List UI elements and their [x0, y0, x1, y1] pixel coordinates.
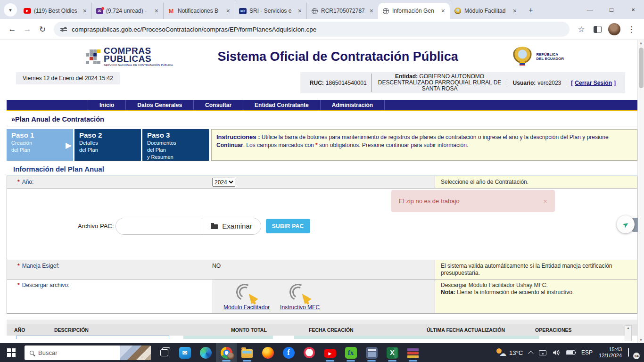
mail-app-button[interactable]: ✉	[174, 343, 195, 362]
scroll-down-icon[interactable]: ▼	[639, 338, 643, 342]
tab-close-icon[interactable]: ×	[82, 7, 88, 15]
file-explorer-button[interactable]	[237, 343, 257, 362]
tab-youtube[interactable]: ▶ (119) Best Oldies ×	[20, 3, 91, 19]
ruc-segment: RUC: 1865014540001	[305, 80, 372, 86]
side-panel-icon[interactable]	[589, 22, 605, 37]
tab-title: RCR1705072787	[321, 8, 366, 14]
forward-button[interactable]: →	[20, 22, 35, 37]
site-settings-icon[interactable]	[60, 26, 67, 33]
page-scrollbar[interactable]: ▲ ▼	[637, 40, 644, 343]
user-segment: Usuario: vero2023	[508, 80, 566, 86]
winrar-app-button[interactable]	[403, 343, 423, 362]
url-text[interactable]: compraspublicas.gob.ec/ProcesoContrataci…	[72, 26, 316, 33]
notification-center-button[interactable]: 24	[628, 348, 637, 357]
minimize-button[interactable]: —	[579, 0, 601, 19]
start-button[interactable]	[1, 343, 22, 362]
profile-avatar[interactable]	[608, 23, 620, 35]
tab-close-icon[interactable]: ×	[512, 7, 518, 15]
facebook-icon: f	[283, 347, 295, 359]
browser-menu-icon[interactable]: ⋮	[623, 22, 639, 37]
floating-capture-widget[interactable]: ➤	[615, 215, 638, 234]
mail-icon: ✉	[96, 8, 103, 14]
instructivo-mfc-link[interactable]: Instructivo MFC	[280, 304, 320, 311]
tab-close-icon[interactable]: ×	[440, 7, 446, 15]
edge-app-button[interactable]	[195, 343, 216, 362]
tab-gmail[interactable]: M Notificaciones B ×	[163, 3, 235, 19]
temperature-label: 13°C	[509, 349, 523, 356]
esigef-value: NO	[212, 260, 435, 279]
breadcrumb: »Plan Anual de Contratación	[7, 115, 637, 126]
nav-inicio[interactable]: Inicio	[88, 100, 126, 110]
year-help-text: Seleccione el año de Contratación.	[435, 176, 637, 188]
browse-button[interactable]: Examinar	[202, 218, 260, 234]
year-select[interactable]: 2024	[212, 178, 235, 187]
logout-link[interactable]: [ Cerrar Sesión ]	[566, 80, 620, 86]
tab-close-icon[interactable]: ×	[225, 7, 231, 15]
tab-mail[interactable]: ✉ (9,724 unread) - ×	[91, 3, 163, 19]
col-operaciones: OPERACIONES	[535, 327, 637, 333]
bookmark-star-icon[interactable]: ☆	[573, 22, 589, 37]
new-tab-button[interactable]: +	[524, 4, 537, 17]
table-scrollbar[interactable]: ▲	[625, 325, 632, 341]
nav-consultar[interactable]: Consultar	[194, 100, 243, 110]
nav-entidad-contratante[interactable]: Entidad Contratante	[243, 100, 321, 110]
back-button[interactable]: ←	[5, 22, 20, 37]
nav-administracion[interactable]: Administración	[321, 100, 385, 110]
calculator-app-button[interactable]	[361, 343, 382, 362]
instructivo-mfc-download[interactable]: Instructivo MFC	[280, 283, 320, 311]
firefox-app-button[interactable]	[257, 343, 278, 362]
search-icon	[30, 351, 34, 355]
download-row: *Descargar archivo: Módu	[7, 280, 637, 313]
tab-rcr[interactable]: RCR1705072787 ×	[306, 3, 378, 19]
tab-close-icon[interactable]: ×	[154, 7, 159, 15]
opera-app-button[interactable]	[299, 343, 320, 362]
language-indicator[interactable]: ESP	[581, 349, 593, 356]
battery-icon[interactable]	[566, 350, 575, 355]
tab-sri[interactable]: SRI SRI - Servicios e ×	[235, 3, 306, 19]
tab-close-icon[interactable]: ×	[297, 7, 303, 15]
datetime-label: Viernes 12 de Enero del 2024 15:42	[16, 72, 120, 84]
scroll-up-icon[interactable]: ▲	[639, 41, 643, 45]
modulo-facilitador-download[interactable]: Módulo Facilitador	[223, 283, 270, 311]
tab-close-icon[interactable]: ×	[369, 7, 374, 15]
excel-app-button[interactable]: X	[382, 343, 403, 362]
search-input[interactable]	[38, 349, 104, 356]
download-click-icon	[235, 283, 258, 304]
table-toolbar-band	[7, 320, 637, 324]
table-filter-input[interactable]	[16, 336, 169, 339]
volume-icon[interactable]	[553, 349, 560, 356]
modulo-facilitador-link[interactable]: Módulo Facilitador	[223, 304, 270, 311]
facturacion-app-button[interactable]: fx	[340, 343, 361, 362]
close-button[interactable]: ×	[622, 0, 644, 19]
tab-informacion-general-active[interactable]: Información Gen ×	[378, 3, 450, 19]
ecuador-crest-icon	[454, 8, 461, 14]
logo-tagline: SERVICIO NACIONAL DE CONTRATACIÓN PÚBLIC…	[104, 64, 173, 66]
maximize-button[interactable]: □	[601, 0, 622, 19]
pac-file-input[interactable]	[116, 218, 202, 234]
cast-icon[interactable]	[539, 350, 546, 355]
reload-button[interactable]: ↻	[35, 22, 50, 37]
col-ultima-fecha: ÚLTIMA FECHA ACTUALIZACIÓN	[427, 327, 535, 333]
error-close-icon[interactable]: ×	[543, 197, 547, 205]
logo-pixel-icon	[86, 49, 100, 64]
instructions-box: Instrucciones : Utilice la barra de boto…	[211, 129, 637, 161]
youtube-app-button[interactable]: ▶	[320, 343, 340, 362]
facebook-app-button[interactable]: f	[278, 343, 299, 362]
browser-toolbar: ← → ↻ compraspublicas.gob.ec/ProcesoCont…	[0, 19, 644, 40]
task-view-button[interactable]	[154, 343, 174, 362]
scroll-up-icon[interactable]: ▲	[627, 326, 630, 329]
taskbar-search[interactable]	[25, 346, 151, 360]
tab-search-button[interactable]: ▾	[4, 3, 17, 16]
step-arrow-icon: ▶	[66, 140, 72, 150]
chrome-app-button[interactable]	[216, 343, 237, 362]
scrollbar-thumb[interactable]	[639, 48, 644, 88]
clock[interactable]: 15:43 12/1/2024	[599, 346, 622, 359]
nav-datos-generales[interactable]: Datos Generales	[126, 100, 194, 110]
ecuador-crest-icon	[512, 47, 533, 66]
step-1: Paso 1 Creación del Plan ▶	[7, 129, 73, 161]
tab-modulo-facilitador[interactable]: Módulo Facilitad ×	[450, 3, 521, 19]
url-bar[interactable]: compraspublicas.gob.ec/ProcesoContrataci…	[54, 22, 570, 37]
weather-widget[interactable]: ☁ 13°C	[496, 348, 523, 357]
show-hidden-icons-chevron[interactable]	[528, 351, 533, 356]
subir-pac-button[interactable]: SUBIR PAC	[266, 219, 310, 233]
